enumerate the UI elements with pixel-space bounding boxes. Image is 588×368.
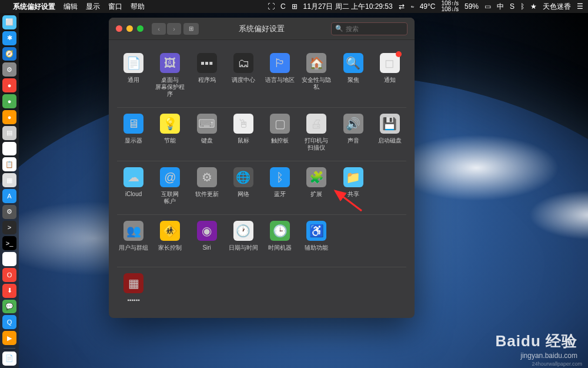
pref-item[interactable]: 💾启动磁盘 bbox=[373, 114, 406, 151]
status-icon[interactable]: C bbox=[280, 2, 286, 11]
pref-item[interactable]: 🗂调度中心 bbox=[227, 53, 260, 98]
dock-item[interactable]: ● bbox=[2, 110, 16, 124]
pref-label: 时间机器 bbox=[268, 244, 292, 257]
dock-item[interactable]: ✱ bbox=[2, 31, 16, 45]
pref-item[interactable]: 🚸家长控制 bbox=[153, 221, 186, 257]
pref-label: 通知 bbox=[384, 77, 396, 89]
dock-item[interactable]: A bbox=[2, 189, 16, 203]
pref-item[interactable]: ⚙软件更新 bbox=[191, 167, 223, 205]
status-icon[interactable]: S bbox=[510, 2, 514, 11]
pref-item[interactable]: ☁iCloud bbox=[117, 167, 150, 205]
pref-label: 共享 bbox=[348, 191, 359, 204]
dock-item[interactable]: Y bbox=[2, 252, 16, 266]
status-icon[interactable]: ⛶ bbox=[268, 2, 275, 11]
pref-item[interactable]: 📄通用 bbox=[117, 53, 150, 98]
pref-item[interactable]: ᛒ蓝牙 bbox=[263, 167, 296, 205]
pref-item[interactable]: ⌨键盘 bbox=[191, 114, 223, 151]
pref-item[interactable]: ▢触控板 bbox=[263, 114, 296, 151]
pref-item[interactable]: 📁共享 bbox=[337, 167, 370, 205]
pref-icon: 🚸 bbox=[160, 221, 180, 241]
dock-item[interactable]: ▦ bbox=[2, 173, 16, 187]
dock-item[interactable]: ⬜ bbox=[2, 15, 16, 29]
pref-item[interactable]: 🖱鼠标 bbox=[227, 114, 260, 151]
minimize-button[interactable] bbox=[126, 25, 133, 32]
show-all-button[interactable]: ⊞ bbox=[183, 23, 199, 35]
menu-window[interactable]: 窗口 bbox=[108, 2, 122, 12]
pref-item[interactable]: ♿辅助功能 bbox=[300, 221, 333, 257]
app-menu[interactable]: 系统偏好设置 bbox=[13, 2, 55, 12]
pref-label: 程序坞 bbox=[198, 77, 216, 89]
pref-item[interactable]: 🏳语言与地区 bbox=[263, 53, 296, 98]
pref-item[interactable]: ◉Siri bbox=[191, 221, 223, 257]
back-button[interactable]: ‹ bbox=[152, 23, 166, 35]
dock-item[interactable]: >_ bbox=[2, 236, 16, 250]
dock-item[interactable]: 27 bbox=[2, 142, 16, 156]
pref-item[interactable]: 🕐日期与时间 bbox=[227, 221, 260, 257]
dock-item[interactable]: 📄 bbox=[2, 352, 16, 366]
list-icon[interactable]: ☰ bbox=[577, 2, 583, 11]
pref-item[interactable]: 💡节能 bbox=[153, 114, 186, 151]
pref-label: 聚焦 bbox=[348, 77, 359, 89]
pref-label: 用户与群组 bbox=[119, 244, 148, 257]
pref-item[interactable]: ◻通知 bbox=[373, 53, 406, 98]
window-title: 系统偏好设置 bbox=[239, 24, 285, 34]
pref-label: 蓝牙 bbox=[274, 191, 286, 204]
pref-label: 调度中心 bbox=[232, 77, 255, 89]
pref-item[interactable]: 🏠安全性与隐私 bbox=[300, 53, 333, 98]
pref-item[interactable]: ▦▪▪▪▪▪▪ bbox=[117, 273, 150, 310]
status-icon[interactable]: ⊞ bbox=[292, 2, 298, 11]
pref-label: 网络 bbox=[238, 191, 249, 204]
dock-item[interactable]: ⬇ bbox=[2, 284, 16, 298]
dock-item[interactable]: 📋 bbox=[2, 157, 16, 171]
menubar-weather[interactable]: 天色迷香 bbox=[543, 2, 571, 12]
zoom-button[interactable] bbox=[137, 25, 143, 32]
dock-item[interactable]: ● bbox=[2, 78, 16, 92]
star-icon[interactable]: ★ bbox=[530, 2, 537, 11]
menubar: 系统偏好设置 编辑 显示 窗口 帮助 ⛶ C ⊞ 11月27日 周二 上午10:… bbox=[0, 0, 588, 13]
menubar-battery[interactable]: 59% bbox=[465, 2, 479, 11]
status-icon[interactable]: ⇄ bbox=[399, 2, 405, 11]
pref-item[interactable]: 🔊声音 bbox=[337, 114, 370, 151]
menubar-net: 108↑/s108↓/s bbox=[441, 1, 458, 12]
pref-item[interactable]: 🧩扩展 bbox=[300, 167, 333, 205]
dock-item[interactable]: > bbox=[2, 221, 16, 235]
pref-icon: 🏳 bbox=[270, 53, 290, 73]
menu-help[interactable]: 帮助 bbox=[131, 2, 145, 12]
dock-item[interactable]: 💬 bbox=[2, 300, 16, 314]
close-button[interactable] bbox=[116, 25, 122, 32]
pref-item[interactable]: 🖥显示器 bbox=[117, 114, 150, 151]
wifi-icon[interactable]: ⧜ bbox=[410, 2, 414, 11]
pref-item[interactable]: 🖼桌面与 屏幕保护程序 bbox=[153, 53, 186, 98]
pref-label: 语言与地区 bbox=[265, 77, 295, 89]
dock-item[interactable]: ⚙ bbox=[2, 62, 16, 77]
pref-icon: ▪▪▪ bbox=[197, 53, 217, 73]
pref-item[interactable]: ▪▪▪程序坞 bbox=[191, 53, 223, 98]
pref-icon: ☁ bbox=[123, 167, 143, 187]
pref-item[interactable]: 🕒时间机器 bbox=[263, 221, 296, 257]
pref-item[interactable]: 🌐网络 bbox=[227, 167, 260, 205]
pref-icon: 📁 bbox=[343, 167, 363, 187]
battery-icon[interactable]: ▭ bbox=[485, 2, 491, 11]
forward-button[interactable]: › bbox=[167, 23, 181, 35]
dock-item[interactable]: 🧭 bbox=[2, 47, 16, 61]
pref-item[interactable]: 🔍聚焦 bbox=[337, 53, 370, 98]
search-field[interactable]: 🔍 bbox=[331, 22, 407, 35]
dock-item[interactable]: ▤ bbox=[2, 126, 16, 140]
pref-label: 启动磁盘 bbox=[378, 137, 402, 150]
pref-item[interactable]: 👥用户与群组 bbox=[117, 221, 150, 257]
dock-item[interactable]: Q bbox=[2, 315, 16, 329]
pref-icon: 👥 bbox=[123, 221, 143, 241]
menu-edit[interactable]: 编辑 bbox=[64, 2, 78, 12]
menu-view[interactable]: 显示 bbox=[86, 2, 100, 12]
pref-icon: ◉ bbox=[197, 221, 217, 241]
menubar-datetime[interactable]: 11月27日 周二 上午10:29:53 bbox=[303, 2, 393, 12]
bluetooth-icon[interactable]: ᛒ bbox=[520, 2, 524, 11]
menubar-input[interactable]: 中 bbox=[497, 2, 504, 12]
dock-item[interactable]: ● bbox=[2, 94, 16, 108]
dock-item[interactable]: ▶ bbox=[2, 331, 16, 345]
dock-item[interactable]: O bbox=[2, 268, 16, 282]
pref-item[interactable]: 🖨打印机与 扫描仪 bbox=[300, 114, 333, 151]
pref-item[interactable]: @互联网 帐户 bbox=[153, 167, 186, 205]
search-input[interactable] bbox=[346, 25, 403, 32]
dock-item[interactable]: ⚙ bbox=[2, 205, 16, 219]
